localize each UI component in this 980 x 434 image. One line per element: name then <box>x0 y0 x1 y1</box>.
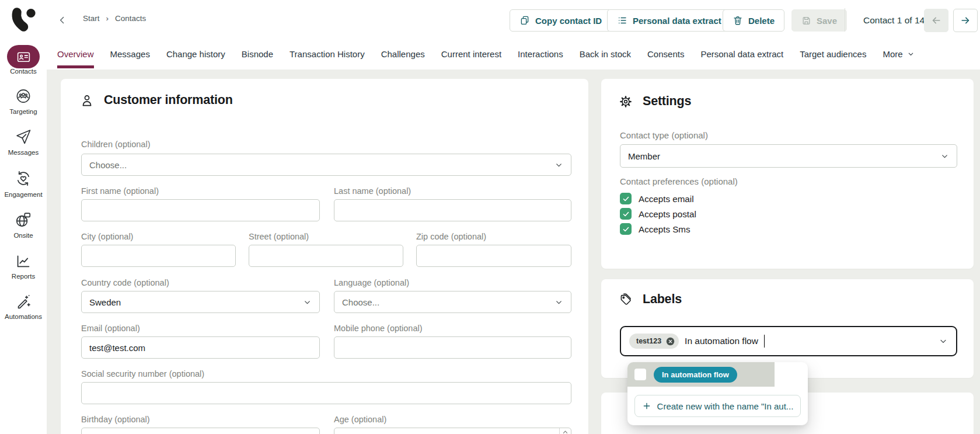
checkbox-checked-icon[interactable] <box>620 208 632 220</box>
back-button[interactable] <box>55 13 69 27</box>
contact-tab-bar: Overview Messages Change history Bisnode… <box>47 39 980 70</box>
tab-interactions[interactable]: Interactions <box>518 39 563 70</box>
tab-transaction-history[interactable]: Transaction History <box>290 39 365 70</box>
sidebar-item-reports[interactable] <box>15 253 32 270</box>
email-input[interactable]: test@test.com <box>81 336 320 359</box>
accepts-sms-label: Accepts Sms <box>639 224 690 234</box>
tab-current-interest[interactable]: Current interest <box>441 39 501 70</box>
contact-type-value: Member <box>628 151 660 161</box>
tab-overview[interactable]: Overview <box>57 39 94 70</box>
label-chip-test123: test123 <box>629 334 679 349</box>
plus-icon <box>642 401 651 411</box>
remove-chip-button[interactable] <box>665 336 675 346</box>
age-input[interactable] <box>334 428 571 434</box>
tab-challenges[interactable]: Challenges <box>381 39 425 70</box>
ssn-label: Social security number (optional) <box>81 369 204 379</box>
accepts-sms-checkbox-row[interactable]: Accepts Sms <box>620 223 690 235</box>
sidebar-item-onsite[interactable] <box>15 211 32 228</box>
tag-icon <box>619 293 633 307</box>
sidebar-item-automations[interactable] <box>15 293 32 310</box>
last-name-input[interactable] <box>334 199 571 221</box>
breadcrumb: Start › Contacts <box>83 14 146 23</box>
list-icon <box>617 15 627 26</box>
tab-more[interactable]: More <box>883 39 914 70</box>
city-input[interactable] <box>81 245 236 267</box>
language-placeholder: Choose... <box>342 297 379 307</box>
sidebar-label-engagement: Engagement <box>0 191 47 198</box>
sidebar-label-contacts: Contacts <box>0 68 47 75</box>
language-select[interactable]: Choose... <box>334 291 571 313</box>
accepts-email-label: Accepts email <box>639 194 694 204</box>
personal-data-extract-button[interactable]: Personal data extract <box>607 9 731 32</box>
next-contact-button[interactable] <box>953 9 978 32</box>
labels-typed-text: In automation flow <box>685 336 758 346</box>
tab-back-in-stock[interactable]: Back in stock <box>580 39 631 70</box>
chevron-down-icon <box>303 298 312 307</box>
option-checkbox-unchecked[interactable] <box>634 369 646 380</box>
children-placeholder: Choose... <box>89 160 127 170</box>
label-chip-text: test123 <box>636 337 661 345</box>
birthday-input[interactable] <box>81 428 320 434</box>
chevron-down-icon <box>907 50 915 58</box>
age-spinner[interactable] <box>559 428 571 434</box>
contact-type-select[interactable]: Member <box>620 144 957 168</box>
first-name-input[interactable] <box>81 199 320 221</box>
breadcrumb-separator: › <box>106 14 109 23</box>
in-automation-flow-pill: In automation flow <box>654 367 737 383</box>
copy-icon <box>519 15 530 26</box>
tab-target-audiences[interactable]: Target audiences <box>800 39 866 70</box>
sidebar-label-automations: Automations <box>0 313 47 320</box>
main-sidebar: Contacts Targeting Messages Engagement <box>0 39 47 434</box>
dropdown-option-in-automation-flow[interactable]: In automation flow <box>627 362 775 387</box>
sidebar-item-messages[interactable] <box>15 129 32 145</box>
street-label: Street (optional) <box>249 232 309 241</box>
email-value: test@test.com <box>89 343 145 353</box>
street-input[interactable] <box>249 245 403 267</box>
checkbox-checked-icon[interactable] <box>620 193 632 204</box>
breadcrumb-contacts[interactable]: Contacts <box>115 14 146 23</box>
contact-pagination-label: Contact 1 of 14 <box>863 9 925 32</box>
children-select[interactable]: Choose... <box>81 154 571 176</box>
sidebar-item-engagement[interactable] <box>15 170 32 187</box>
zip-code-label: Zip code (optional) <box>416 232 486 241</box>
person-icon <box>80 93 94 107</box>
sidebar-label-reports: Reports <box>0 273 47 280</box>
mobile-phone-input[interactable] <box>334 336 571 359</box>
tab-messages[interactable]: Messages <box>110 39 150 70</box>
children-label: Children (optional) <box>81 140 150 149</box>
labels-multiselect-input[interactable]: test123 In automation flow <box>620 326 957 356</box>
tab-personal-data-extract[interactable]: Personal data extract <box>700 39 783 70</box>
accepts-postal-checkbox-row[interactable]: Accepts postal <box>620 208 696 220</box>
breadcrumb-start[interactable]: Start <box>83 14 100 23</box>
settings-header: Settings <box>619 94 691 109</box>
delete-label: Delete <box>748 16 775 26</box>
tab-change-history[interactable]: Change history <box>166 39 225 70</box>
mobile-phone-label: Mobile phone (optional) <box>334 324 423 333</box>
checkbox-checked-icon[interactable] <box>620 223 632 235</box>
chevron-down-icon <box>939 336 948 346</box>
arrow-left-icon <box>930 15 942 26</box>
settings-card: Settings Contact type (optional) Member … <box>601 79 974 269</box>
delete-button[interactable]: Delete <box>723 9 784 32</box>
sidebar-item-targeting[interactable] <box>15 88 32 105</box>
tab-bisnode[interactable]: Bisnode <box>242 39 273 70</box>
ssn-input[interactable] <box>81 382 571 404</box>
chevron-left-icon <box>57 15 67 25</box>
city-label: City (optional) <box>81 232 133 241</box>
first-name-label: First name (optional) <box>81 186 159 196</box>
tab-consents[interactable]: Consents <box>647 39 684 70</box>
globe-chat-icon <box>15 211 32 228</box>
zip-code-input[interactable] <box>416 245 571 267</box>
country-code-select[interactable]: Sweden <box>81 291 320 313</box>
customer-information-title: Customer information <box>104 93 233 107</box>
previous-contact-button[interactable] <box>924 9 948 32</box>
sidebar-item-contacts[interactable] <box>7 45 40 68</box>
accepts-email-checkbox-row[interactable]: Accepts email <box>620 193 694 204</box>
labels-header: Labels <box>619 292 682 307</box>
close-circle-icon <box>665 336 675 346</box>
copy-contact-id-button[interactable]: Copy contact ID <box>510 9 612 32</box>
contact-preferences-label: Contact preferences (optional) <box>620 176 738 186</box>
save-button[interactable]: Save <box>791 9 847 32</box>
create-new-label-button[interactable]: Create new with the name "In aut... <box>634 395 801 417</box>
arrow-right-icon <box>960 15 971 26</box>
